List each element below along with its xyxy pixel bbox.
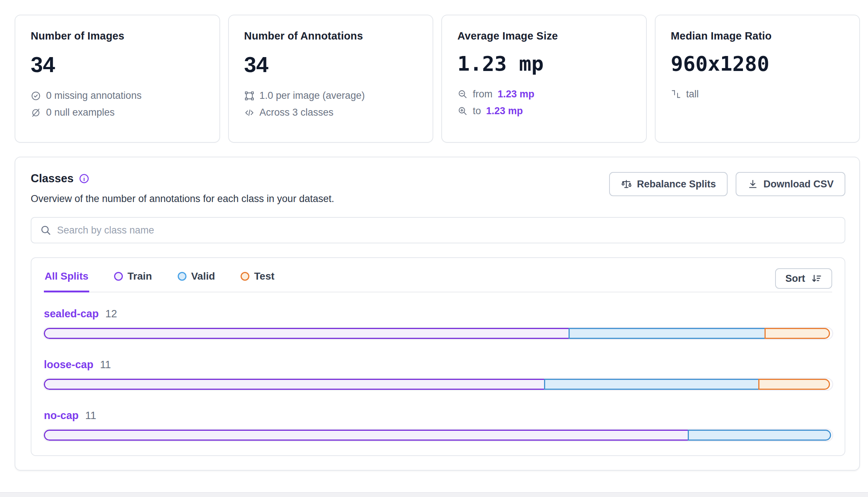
- missing-annotations-line: 0 missing annotations: [31, 90, 204, 101]
- size-from-value[interactable]: 1.23 mp: [498, 89, 535, 100]
- classes-card: Classes Overview of the number of annota…: [15, 157, 860, 471]
- null-examples-line: 0 null examples: [31, 107, 204, 118]
- size-to-line: to 1.23 mp: [457, 105, 631, 117]
- ratio-tall-icon: [671, 89, 681, 99]
- classes-title: Classes: [31, 172, 73, 185]
- test-segment: [765, 328, 830, 339]
- class-search-input[interactable]: [57, 225, 836, 236]
- class-name-link[interactable]: no-cap: [44, 410, 79, 422]
- tab-valid[interactable]: Valid: [177, 268, 216, 292]
- class-row: sealed-cap 12: [44, 308, 832, 339]
- ratio-line: tall: [671, 89, 844, 100]
- train-swatch-icon: [114, 272, 123, 281]
- code-icon: [244, 108, 254, 118]
- size-from-label: from: [473, 89, 493, 100]
- class-search-box: [31, 217, 845, 243]
- search-icon: [40, 225, 51, 236]
- stat-value: 34: [244, 53, 418, 76]
- train-segment: [44, 430, 689, 441]
- tab-valid-label: Valid: [191, 270, 215, 282]
- zoom-out-icon: [457, 89, 468, 99]
- tab-test[interactable]: Test: [240, 268, 275, 292]
- stat-value: 1.23 mp: [457, 53, 631, 75]
- across-classes-line: Across 3 classes: [244, 107, 418, 118]
- class-count: 11: [100, 359, 111, 371]
- tab-test-label: Test: [254, 270, 275, 282]
- stat-title: Number of Images: [31, 30, 204, 42]
- split-distribution-bar: [44, 379, 832, 390]
- stat-value: 960x1280: [671, 53, 844, 75]
- stat-title: Number of Annotations: [244, 30, 418, 42]
- train-segment: [44, 379, 545, 390]
- per-image-line: 1.0 per image (average): [244, 90, 418, 101]
- class-count: 12: [105, 308, 117, 320]
- tab-all-splits-label: All Splits: [45, 270, 88, 282]
- stat-card-average-image-size: Average Image Size 1.23 mp from 1.23 mp …: [441, 15, 647, 143]
- class-count: 11: [85, 410, 96, 422]
- valid-segment: [544, 379, 759, 390]
- tab-all-splits[interactable]: All Splits: [44, 268, 89, 292]
- rebalance-splits-button[interactable]: Rebalance Splits: [609, 172, 728, 196]
- balance-scale-icon: [621, 179, 632, 190]
- check-circle-icon: [31, 91, 41, 101]
- null-examples-text: 0 null examples: [46, 107, 115, 118]
- stat-title: Median Image Ratio: [671, 30, 844, 42]
- tab-train-label: Train: [128, 270, 152, 282]
- classes-subtitle: Overview of the number of annotations fo…: [31, 193, 334, 205]
- sort-label: Sort: [785, 273, 805, 284]
- info-icon[interactable]: [79, 173, 90, 184]
- sort-button[interactable]: Sort: [775, 268, 832, 289]
- bounding-box-icon: [244, 91, 254, 101]
- zoom-in-icon: [457, 106, 468, 116]
- health-check-page: Number of Images 34 0 missing annotation…: [0, 0, 868, 497]
- test-segment: [758, 379, 830, 390]
- null-set-icon: [31, 108, 41, 118]
- stat-value: 34: [31, 53, 204, 76]
- class-row: loose-cap 11: [44, 359, 832, 390]
- per-image-text: 1.0 per image (average): [260, 90, 365, 101]
- download-icon: [747, 179, 758, 190]
- sort-descending-icon: [811, 273, 822, 284]
- valid-segment: [688, 430, 831, 441]
- split-tabs: All Splits Train Valid Test: [44, 268, 275, 292]
- size-to-value[interactable]: 1.23 mp: [486, 105, 523, 117]
- split-distribution-bar: [44, 328, 832, 339]
- size-from-line: from 1.23 mp: [457, 89, 631, 100]
- stat-title: Average Image Size: [457, 30, 631, 42]
- download-csv-label: Download CSV: [763, 179, 834, 190]
- valid-segment: [569, 328, 766, 339]
- size-to-label: to: [473, 105, 481, 117]
- stat-card-number-of-annotations: Number of Annotations 34 1.0 per image (…: [228, 15, 434, 143]
- class-name-link[interactable]: loose-cap: [44, 359, 93, 371]
- download-csv-button[interactable]: Download CSV: [736, 172, 845, 196]
- next-section-edge: [0, 492, 868, 497]
- valid-swatch-icon: [178, 272, 186, 281]
- stat-card-number-of-images: Number of Images 34 0 missing annotation…: [15, 15, 220, 143]
- missing-annotations-text: 0 missing annotations: [46, 90, 141, 101]
- stat-card-median-image-ratio: Median Image Ratio 960x1280 tall: [655, 15, 860, 143]
- stats-row: Number of Images 34 0 missing annotation…: [15, 15, 860, 143]
- rebalance-splits-label: Rebalance Splits: [637, 179, 716, 190]
- test-swatch-icon: [241, 272, 249, 281]
- class-name-link[interactable]: sealed-cap: [44, 308, 99, 320]
- splits-panel: All Splits Train Valid Test: [31, 257, 845, 456]
- across-classes-text: Across 3 classes: [260, 107, 334, 118]
- ratio-text: tall: [686, 89, 699, 100]
- classes-title-block: Classes Overview of the number of annota…: [31, 172, 334, 205]
- train-segment: [44, 328, 570, 339]
- split-distribution-bar: [44, 430, 832, 441]
- tab-train[interactable]: Train: [113, 268, 153, 292]
- class-row: no-cap 11: [44, 410, 832, 441]
